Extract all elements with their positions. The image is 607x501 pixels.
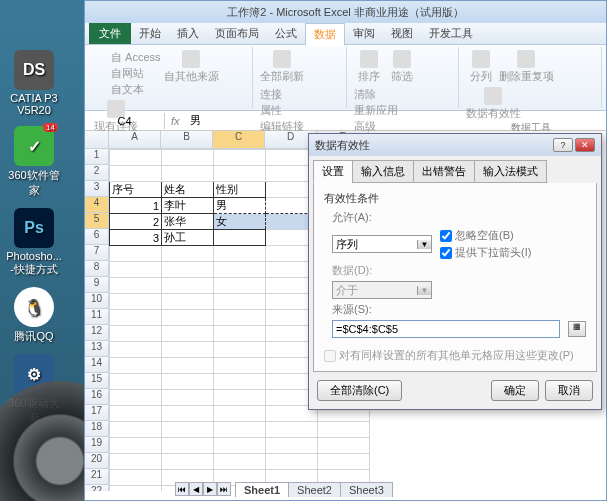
sheet-nav-prev[interactable]: ◀ — [189, 482, 203, 496]
col-header[interactable]: C — [213, 131, 265, 149]
dtab-ime[interactable]: 输入法模式 — [474, 160, 547, 183]
row-header[interactable]: 22 — [85, 485, 109, 491]
row-header[interactable]: 2 — [85, 165, 109, 181]
desktop-icon-catia[interactable]: DSCATIA P3 V5R20 — [4, 50, 64, 116]
dialog-help-button[interactable]: ? — [553, 138, 573, 152]
cell-b4[interactable]: 李叶 — [162, 198, 214, 214]
cell-c4[interactable]: 男 — [214, 198, 266, 214]
data-label: 数据(D): — [332, 263, 372, 278]
cell-c5[interactable]: 女 — [214, 214, 266, 230]
cell-b5[interactable]: 张华 — [162, 214, 214, 230]
clear-all-button[interactable]: 全部清除(C) — [317, 380, 402, 401]
source-input[interactable] — [332, 320, 560, 338]
btn-text-to-cols[interactable]: 分列 — [466, 50, 496, 84]
btn-from-access[interactable]: 自 Access — [94, 50, 161, 65]
validation-icon — [484, 87, 502, 105]
row-header[interactable]: 14 — [85, 357, 109, 373]
tab-formulas[interactable]: 公式 — [267, 23, 305, 44]
row-header[interactable]: 20 — [85, 453, 109, 469]
cell-a4[interactable]: 1 — [110, 198, 162, 214]
tab-view[interactable]: 视图 — [383, 23, 421, 44]
col-header[interactable]: B — [161, 131, 213, 149]
cancel-button[interactable]: 取消 — [545, 380, 593, 401]
cell-a6[interactable]: 3 — [110, 230, 162, 246]
desktop-icon-qq[interactable]: 🐧腾讯QQ — [4, 287, 64, 344]
dtab-settings[interactable]: 设置 — [313, 160, 353, 183]
btn-from-text[interactable]: 自文本 — [94, 82, 161, 97]
sheet-nav-next[interactable]: ▶ — [203, 482, 217, 496]
btn-refresh-all[interactable]: 全部刷新 — [260, 50, 304, 84]
dropdown-check[interactable]: 提供下拉箭头(I) — [440, 245, 531, 260]
fx-icon[interactable]: fx — [165, 115, 186, 127]
row-header[interactable]: 6 — [85, 229, 109, 245]
btn-sort[interactable]: 排序 — [354, 50, 384, 84]
formula-input[interactable]: 男 — [186, 111, 606, 130]
row-header[interactable]: 12 — [85, 325, 109, 341]
row-header[interactable]: 9 — [85, 277, 109, 293]
range-picker-button[interactable]: ▦ — [568, 321, 586, 337]
cell-b6[interactable]: 孙工 — [162, 230, 214, 246]
cell-c6[interactable] — [214, 230, 266, 246]
row-header[interactable]: 15 — [85, 373, 109, 389]
btn-other-sources[interactable]: 自其他来源 — [164, 50, 219, 97]
chevron-down-icon: ▼ — [417, 240, 431, 249]
cell-c3[interactable]: 性别 — [214, 182, 266, 198]
ribbon: 自 Access 自网站 自文本 自其他来源 现有连接 获取外部数据 全部刷新 … — [85, 45, 606, 111]
col-header[interactable]: A — [109, 131, 161, 149]
sheet-tab-2[interactable]: Sheet2 — [288, 482, 341, 497]
row-header[interactable]: 13 — [85, 341, 109, 357]
tab-review[interactable]: 审阅 — [345, 23, 383, 44]
btn-remove-dup[interactable]: 删除重复项 — [499, 50, 554, 84]
select-all-corner[interactable] — [85, 131, 109, 149]
row-header[interactable]: 10 — [85, 293, 109, 309]
chevron-down-icon: ▼ — [417, 286, 431, 295]
sheet-tab-1[interactable]: Sheet1 — [235, 482, 289, 497]
ribbon-group-sort: 排序 筛选 清除 重新应用 高级 排序和筛选 — [349, 47, 458, 108]
btn-from-web[interactable]: 自网站 — [94, 66, 161, 81]
sheet-nav-first[interactable]: ⏮ — [175, 482, 189, 496]
cell-b3[interactable]: 姓名 — [162, 182, 214, 198]
btn-connections[interactable]: 连接 — [260, 87, 304, 102]
row-header[interactable]: 11 — [85, 309, 109, 325]
desktop-icon-360soft[interactable]: 14✓360软件管家 — [4, 126, 64, 198]
btn-clear[interactable]: 清除 — [354, 87, 398, 102]
row-header[interactable]: 4 — [85, 197, 109, 213]
allow-label: 允许(A): — [332, 210, 372, 225]
tab-developer[interactable]: 开发工具 — [421, 23, 481, 44]
dialog-titlebar[interactable]: 数据有效性 ? ✕ — [309, 134, 601, 156]
dialog-close-button[interactable]: ✕ — [575, 138, 595, 152]
allow-combo[interactable]: 序列▼ — [332, 235, 432, 253]
sheet-nav-last[interactable]: ⏭ — [217, 482, 231, 496]
row-header[interactable]: 1 — [85, 149, 109, 165]
cell-a3[interactable]: 序号 — [110, 182, 162, 198]
desktop-icon-photoshop[interactable]: PsPhotosho... -快捷方式 — [4, 208, 64, 277]
tab-data[interactable]: 数据 — [305, 23, 345, 46]
tab-insert[interactable]: 插入 — [169, 23, 207, 44]
dtab-error[interactable]: 出错警告 — [413, 160, 475, 183]
row-header[interactable]: 19 — [85, 437, 109, 453]
row-header[interactable]: 7 — [85, 245, 109, 261]
row-header[interactable]: 18 — [85, 421, 109, 437]
row-header[interactable]: 8 — [85, 261, 109, 277]
btn-filter[interactable]: 筛选 — [387, 50, 417, 84]
desktop-icons: DSCATIA P3 V5R20 14✓360软件管家 PsPhotosho..… — [4, 50, 64, 426]
ok-button[interactable]: 确定 — [491, 380, 539, 401]
tab-layout[interactable]: 页面布局 — [207, 23, 267, 44]
name-box[interactable]: C4 — [85, 113, 165, 129]
row-header[interactable]: 3 — [85, 181, 109, 197]
row-header[interactable]: 5 — [85, 213, 109, 229]
dtab-input[interactable]: 输入信息 — [352, 160, 414, 183]
ignore-blank-check[interactable]: 忽略空值(B) — [440, 228, 531, 243]
dedup-icon — [517, 50, 535, 68]
apply-same-check: 对有同样设置的所有其他单元格应用这些更改(P) — [324, 348, 586, 363]
row-header[interactable]: 16 — [85, 389, 109, 405]
sheet-tab-3[interactable]: Sheet3 — [340, 482, 393, 497]
refresh-icon — [273, 50, 291, 68]
row-header[interactable]: 21 — [85, 469, 109, 485]
section-label: 有效性条件 — [324, 191, 586, 206]
row-header[interactable]: 17 — [85, 405, 109, 421]
cell-a5[interactable]: 2 — [110, 214, 162, 230]
tab-home[interactable]: 开始 — [131, 23, 169, 44]
tab-file[interactable]: 文件 — [89, 23, 131, 44]
access-icon — [94, 52, 108, 64]
